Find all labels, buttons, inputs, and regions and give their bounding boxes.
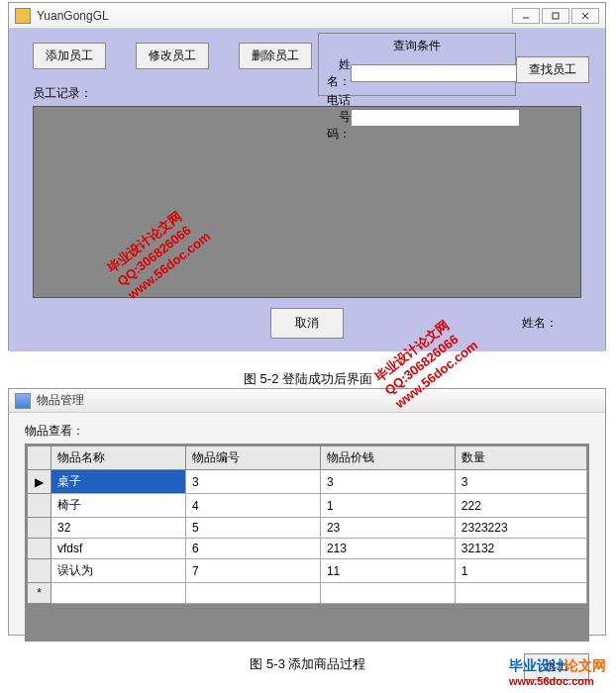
cell[interactable] — [185, 583, 320, 604]
phone-input[interactable] — [351, 109, 520, 127]
edit-employee-button[interactable]: 修改员工 — [136, 43, 209, 69]
cell[interactable] — [455, 583, 586, 604]
window-title: YuanGongGL — [37, 9, 512, 23]
delete-employee-button[interactable]: 删除员工 — [239, 43, 312, 69]
window-body: 物品查看： 物品名称物品编号物品价钱数量 ▶桌子333椅子41222325232… — [9, 413, 605, 690]
cell[interactable]: 4 — [185, 494, 320, 518]
column-header[interactable]: 物品编号 — [185, 446, 320, 470]
cell[interactable]: 222 — [455, 494, 586, 518]
titlebar: YuanGongGL — [9, 3, 605, 29]
phone-label: 电话号码： — [327, 92, 351, 143]
cell[interactable]: 213 — [320, 539, 455, 559]
name-input[interactable] — [351, 64, 520, 82]
add-employee-button[interactable]: 添加员工 — [33, 43, 106, 69]
cell[interactable]: 5 — [185, 518, 320, 539]
cell[interactable]: vfdsf — [51, 539, 186, 559]
search-employee-button[interactable]: 查找员工 — [516, 56, 589, 83]
app-icon — [15, 8, 31, 24]
cell[interactable] — [51, 583, 186, 604]
cell[interactable]: 32 — [51, 518, 186, 539]
row-header — [28, 494, 51, 518]
cell[interactable]: 23 — [320, 518, 455, 539]
goods-table[interactable]: 物品名称物品编号物品价钱数量 ▶桌子333椅子41222325232323223… — [27, 446, 587, 604]
caption-1: 图 5-2 登陆成功后界面 — [0, 370, 616, 388]
cell[interactable]: 1 — [320, 494, 455, 518]
query-group: 查询条件 姓名： 电话号码： — [318, 33, 516, 96]
titlebar: 物品管理 — [9, 389, 605, 413]
close-button[interactable] — [571, 8, 599, 24]
cell[interactable] — [320, 583, 455, 604]
row-header — [28, 539, 51, 559]
svg-rect-1 — [553, 13, 559, 19]
app-icon — [15, 393, 31, 409]
table-row[interactable]: * — [28, 583, 587, 604]
cancel-button[interactable]: 取消 — [270, 308, 344, 339]
maximize-button[interactable] — [542, 8, 569, 24]
row-header: ▶ — [28, 470, 51, 494]
cell[interactable]: 桌子 — [51, 470, 186, 494]
column-header[interactable]: 物品价钱 — [320, 446, 455, 470]
row-header: * — [28, 583, 51, 604]
cell[interactable]: 6 — [185, 539, 320, 559]
table-row[interactable]: ▶桌子333 — [28, 470, 587, 494]
query-title: 查询条件 — [327, 38, 507, 54]
column-header[interactable]: 物品名称 — [51, 446, 186, 470]
goods-window: 物品管理 物品查看： 物品名称物品编号物品价钱数量 ▶桌子333椅子412223… — [8, 388, 606, 636]
employee-window: YuanGongGL 添加员工 修改员工 删除员工 查询条件 姓名： 电话号码：… — [8, 2, 606, 350]
column-header[interactable]: 数量 — [455, 446, 586, 470]
minimize-button[interactable] — [512, 8, 540, 24]
cell[interactable]: 椅子 — [51, 494, 186, 518]
cell[interactable]: 3 — [320, 470, 455, 494]
row-header — [28, 559, 51, 583]
grid-footer — [27, 604, 587, 640]
cell[interactable]: 3 — [185, 470, 320, 494]
table-row[interactable]: vfdsf621332132 — [28, 539, 587, 559]
cell[interactable]: 32132 — [455, 539, 586, 559]
cell[interactable]: 7 — [185, 559, 320, 583]
cell[interactable]: 1 — [455, 559, 586, 583]
cell[interactable]: 11 — [320, 559, 455, 583]
bottom-name-label: 姓名： — [522, 315, 558, 332]
corner-cell — [28, 446, 51, 470]
cell[interactable]: 误认为 — [51, 559, 186, 583]
table-row[interactable]: 椅子41222 — [28, 494, 587, 518]
table-row[interactable]: 325232323223 — [28, 518, 587, 539]
window-controls — [512, 8, 599, 24]
window-body: 添加员工 修改员工 删除员工 查询条件 姓名： 电话号码： 查找员工 员工记录：… — [9, 29, 605, 351]
name-label: 姓名： — [327, 56, 351, 90]
cell[interactable]: 3 — [455, 470, 586, 494]
logo-watermark: 毕业设计论文网 www.56doc.com — [509, 657, 606, 687]
table-row[interactable]: 误认为7111 — [28, 559, 587, 583]
bottom-row: 取消 姓名： — [17, 308, 597, 339]
cell[interactable]: 2323223 — [455, 518, 586, 539]
row-header — [28, 518, 51, 539]
grid-container: 物品名称物品编号物品价钱数量 ▶桌子333椅子41222325232323223… — [25, 444, 589, 642]
view-label: 物品查看： — [25, 423, 589, 440]
window-title: 物品管理 — [37, 392, 84, 409]
